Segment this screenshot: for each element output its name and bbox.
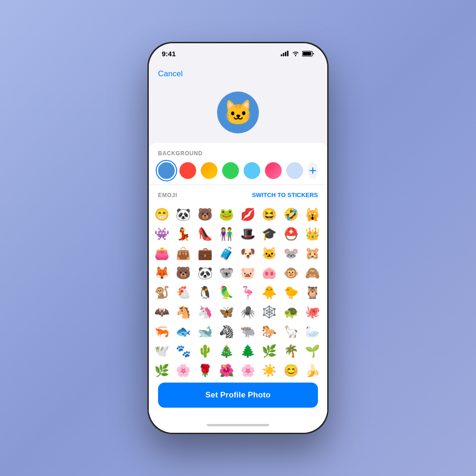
color-swatch-blue[interactable] [158, 162, 175, 179]
cancel-button[interactable]: Cancel [158, 69, 183, 79]
emoji-item[interactable]: 🐾 [174, 342, 192, 360]
avatar-circle[interactable]: 🐱 [217, 92, 259, 133]
svg-rect-5 [303, 52, 311, 55]
emoji-item[interactable]: 🐔 [174, 283, 192, 302]
color-swatch-red[interactable] [179, 162, 196, 179]
signal-icon [281, 51, 289, 56]
emoji-item[interactable]: 🍌 [303, 361, 322, 377]
emoji-label: EMOJI [158, 192, 177, 198]
emoji-item[interactable]: 🌿 [260, 342, 278, 360]
emoji-item[interactable]: 🐼 [174, 205, 192, 224]
emoji-item[interactable]: 💼 [196, 244, 214, 263]
emoji-item[interactable]: 🐧 [196, 283, 214, 302]
svg-rect-3 [287, 51, 289, 56]
home-bar [207, 424, 269, 426]
emoji-item[interactable]: ⛑️ [282, 225, 300, 243]
emoji-item[interactable]: 💋 [238, 205, 257, 224]
emoji-item[interactable]: 🦓 [217, 322, 236, 341]
emoji-item[interactable]: 👾 [152, 225, 171, 243]
emoji-item[interactable]: 🦜 [217, 283, 236, 302]
emoji-item[interactable]: 🐃 [238, 322, 257, 341]
emoji-item[interactable]: 👑 [303, 225, 322, 243]
color-swatch-teal[interactable] [244, 162, 260, 179]
status-bar: 9:41 [149, 43, 327, 64]
add-color-button[interactable] [308, 162, 318, 179]
emoji-item[interactable]: 🐤 [282, 283, 300, 302]
emoji-item[interactable]: 🎩 [238, 225, 257, 243]
emoji-item[interactable]: 🦢 [303, 322, 322, 341]
emoji-item[interactable]: 🦇 [152, 303, 171, 321]
emoji-item[interactable]: 🐼 [196, 264, 214, 282]
svg-rect-0 [281, 54, 282, 56]
emoji-item[interactable]: 🦄 [196, 303, 214, 321]
emoji-item[interactable]: 🕷️ [238, 303, 257, 321]
wifi-icon [292, 51, 299, 56]
switch-stickers-button[interactable]: SWITCH TO STICKERS [252, 192, 318, 198]
emoji-item[interactable]: 🌹 [196, 361, 214, 377]
emoji-item[interactable]: 🐱 [260, 244, 278, 263]
phone-screen: 9:41 [149, 43, 327, 433]
emoji-item[interactable]: 👜 [174, 244, 192, 263]
emoji-item[interactable]: 🦙 [282, 322, 300, 341]
emoji-item[interactable]: 🦊 [152, 264, 171, 282]
bottom-area: Set Profile Photo [149, 377, 327, 417]
emoji-item[interactable]: 🐸 [217, 205, 236, 224]
emoji-item[interactable]: 😊 [282, 361, 300, 377]
emoji-item[interactable]: 🕊️ [152, 342, 171, 360]
emoji-item[interactable]: 🌲 [238, 342, 257, 360]
emoji-item[interactable]: 🌴 [282, 342, 300, 360]
emoji-item[interactable]: 🐵 [282, 264, 300, 282]
emoji-item[interactable]: 🐙 [303, 303, 322, 321]
emoji-item[interactable]: 🦉 [303, 283, 322, 302]
emoji-item[interactable]: 🌺 [217, 361, 236, 377]
emoji-item[interactable]: 🐻 [174, 264, 192, 282]
emoji-item[interactable]: 😁 [152, 205, 171, 224]
emoji-item[interactable]: 🐷 [238, 264, 257, 282]
home-indicator [149, 417, 327, 433]
background-label: BACKGROUND [158, 150, 318, 157]
emoji-section[interactable]: EMOJI SWITCH TO STICKERS 😁🐼🐻🐸💋😆🤣🙀👾💃👠👫🎩🎓⛑… [149, 185, 327, 377]
color-swatch-orange[interactable] [201, 162, 218, 179]
emoji-item[interactable]: 🦩 [238, 283, 257, 302]
emoji-item[interactable]: 🌵 [196, 342, 214, 360]
emoji-item[interactable]: 🌿 [152, 361, 171, 377]
emoji-item[interactable]: 🐥 [260, 283, 278, 302]
emoji-item[interactable]: 🕸️ [260, 303, 278, 321]
emoji-item[interactable]: 🐨 [217, 264, 236, 282]
emoji-item[interactable]: 🐎 [260, 322, 278, 341]
emoji-item[interactable]: 🌱 [303, 342, 322, 360]
content-area: BACKGROUND EMOJI SW [149, 143, 327, 417]
emoji-item[interactable]: ☀️ [260, 361, 278, 377]
emoji-item[interactable]: 🌸 [174, 361, 192, 377]
emoji-item[interactable]: 🦋 [217, 303, 236, 321]
emoji-item[interactable]: 🐢 [282, 303, 300, 321]
emoji-item[interactable]: 🧳 [217, 244, 236, 263]
color-swatches [158, 162, 318, 179]
emoji-item[interactable]: 🐹 [303, 244, 322, 263]
color-swatch-green[interactable] [222, 162, 239, 179]
emoji-item[interactable]: 🤣 [282, 205, 300, 224]
emoji-item[interactable]: 🐽 [260, 264, 278, 282]
color-swatch-light-blue[interactable] [286, 162, 303, 179]
emoji-item[interactable]: 🙈 [303, 264, 322, 282]
emoji-item[interactable]: 🐴 [174, 303, 192, 321]
emoji-item[interactable]: 🦐 [152, 322, 171, 341]
emoji-item[interactable]: 🙀 [303, 205, 322, 224]
emoji-item[interactable]: 🐟 [174, 322, 192, 341]
set-profile-button[interactable]: Set Profile Photo [158, 383, 318, 408]
emoji-item[interactable]: 🐒 [152, 283, 171, 302]
color-swatch-pink[interactable] [265, 162, 282, 179]
emoji-item[interactable]: 🐋 [196, 322, 214, 341]
emoji-item[interactable]: 🎓 [260, 225, 278, 243]
emoji-item[interactable]: 🐻 [196, 205, 214, 224]
emoji-item[interactable]: 🌸 [238, 361, 257, 377]
emoji-item[interactable]: 😆 [260, 205, 278, 224]
background-section: BACKGROUND [149, 143, 327, 185]
emoji-item[interactable]: 👛 [152, 244, 171, 263]
emoji-item[interactable]: 👠 [196, 225, 214, 243]
emoji-item[interactable]: 🎄 [217, 342, 236, 360]
emoji-item[interactable]: 👫 [217, 225, 236, 243]
emoji-item[interactable]: 🐭 [282, 244, 300, 263]
emoji-item[interactable]: 💃 [174, 225, 192, 243]
emoji-item[interactable]: 🐶 [238, 244, 257, 263]
